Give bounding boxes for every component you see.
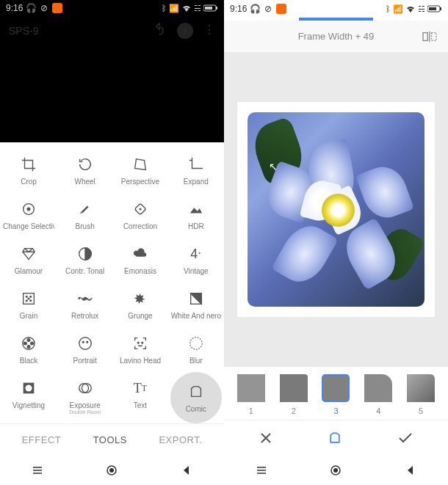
dnd-icon: ⊘ — [263, 4, 273, 14]
tool-crop[interactable]: Crop — [0, 148, 57, 193]
mustache-icon — [76, 290, 94, 307]
svg-point-8 — [140, 208, 141, 210]
tool-brush[interactable]: Brush — [57, 193, 112, 238]
frame-option-3[interactable]: 3 — [322, 374, 350, 415]
frame-option-5[interactable]: 5 — [407, 374, 435, 415]
tool-exposure[interactable]: ExposureDouble Room — [57, 372, 112, 423]
tool-hdr[interactable]: HDR — [168, 193, 224, 238]
dnd-icon: ⊘ — [39, 3, 49, 13]
landscape-icon — [187, 200, 205, 218]
nav-back[interactable] — [179, 463, 194, 478]
tool-emphasis[interactable]: Emonasis — [112, 238, 167, 282]
svg-point-11 — [26, 296, 27, 297]
battery-icon — [427, 5, 442, 12]
svg-point-19 — [31, 342, 34, 345]
tool-wheel[interactable]: Wheel — [57, 148, 112, 193]
number-icon: 4⁺ — [187, 245, 205, 263]
brush-icon — [76, 200, 94, 218]
bluetooth-icon: ᛒ — [162, 4, 167, 12]
tool-portrait[interactable]: Portrait — [57, 327, 112, 372]
volte-icon: ☵ — [418, 4, 425, 14]
frames-button[interactable] — [328, 431, 342, 445]
tool-grain[interactable]: Grain — [0, 282, 57, 327]
svg-point-6 — [27, 208, 30, 211]
tool-retrolux[interactable]: Retrolux — [57, 282, 112, 327]
vignette-icon — [20, 379, 37, 397]
flower-photo: ↖ — [248, 112, 424, 307]
svg-point-22 — [79, 338, 91, 350]
svg-point-27 — [190, 338, 203, 350]
tool-text[interactable]: TTText — [112, 372, 167, 423]
tab-effect[interactable]: EFFECT — [22, 434, 62, 445]
nav-home[interactable] — [104, 463, 119, 478]
svg-point-21 — [24, 342, 27, 345]
tool-blur[interactable]: Blur — [168, 327, 224, 372]
svg-point-18 — [27, 339, 30, 342]
tool-expand[interactable]: Expand — [168, 148, 224, 193]
svg-rect-37 — [423, 32, 427, 40]
signal-icon: 📶 — [169, 4, 179, 13]
exposure-icon — [76, 379, 94, 397]
svg-rect-35 — [440, 7, 441, 10]
svg-point-14 — [30, 300, 32, 302]
tool-comic[interactable]: Comic — [170, 372, 222, 423]
svg-point-26 — [142, 342, 143, 343]
nav-bar-left — [0, 456, 224, 485]
tool-correction[interactable]: Correction — [112, 193, 167, 238]
tool-headpose[interactable]: Lavino Head — [112, 327, 167, 372]
perspective-icon — [131, 156, 149, 173]
volte-icon: ☵ — [194, 4, 201, 13]
tool-grunge[interactable]: Grunge — [112, 282, 167, 327]
contrast-icon — [76, 245, 94, 263]
flip-icon[interactable] — [422, 30, 438, 43]
frame-option-1[interactable]: 1 — [237, 374, 265, 415]
face-icon — [76, 335, 94, 352]
cursor-icon: ↖ — [269, 161, 278, 172]
blur-icon — [187, 335, 205, 352]
tab-tools[interactable]: TOOLS — [93, 434, 127, 445]
cloud-icon — [131, 245, 149, 263]
nav-bar-right — [224, 456, 448, 485]
expand-icon — [187, 156, 205, 173]
tool-vintage[interactable]: 4⁺Vintage — [168, 238, 224, 282]
svg-point-12 — [30, 296, 32, 297]
cancel-button[interactable] — [259, 431, 273, 445]
bluetooth-icon: ᛒ — [386, 4, 391, 13]
photo-frame: ↖ — [237, 102, 435, 317]
splat-icon — [131, 290, 149, 307]
tool-perspective[interactable]: Perspective — [112, 148, 167, 193]
face-frame-icon — [131, 335, 149, 352]
frame-header: Frame Width + 49 — [224, 21, 448, 52]
bottom-actions — [224, 420, 448, 456]
headphones-icon: 🎧 — [26, 3, 36, 13]
tool-tonal[interactable]: Contr. Tonal — [57, 238, 112, 282]
tool-selective[interactable]: Change Selective — [0, 193, 57, 238]
tab-export[interactable]: EXPORT. — [159, 434, 202, 445]
film-icon — [20, 335, 37, 352]
nav-back[interactable] — [403, 463, 418, 478]
frame-option-4[interactable]: 4 — [364, 374, 392, 415]
svg-rect-1 — [216, 7, 217, 10]
tools-panel: Crop Wheel Perspective Expand Change Sel… — [0, 142, 224, 423]
signal-icon: 📶 — [393, 4, 403, 14]
battery-icon — [203, 4, 218, 12]
tool-glamour[interactable]: Glamour — [0, 238, 57, 282]
status-time: 9:16 — [6, 3, 23, 13]
nav-home[interactable] — [328, 463, 343, 478]
badge-icon — [52, 3, 62, 13]
tool-whiteand[interactable]: White And nero — [168, 282, 224, 327]
tool-black[interactable]: Black — [0, 327, 57, 372]
nav-menu[interactable] — [254, 463, 269, 478]
confirm-button[interactable] — [397, 431, 413, 445]
grain-icon — [20, 290, 37, 307]
photo-preview-area[interactable]: ↖ — [224, 52, 448, 367]
svg-point-29 — [25, 384, 32, 391]
svg-point-33 — [109, 468, 114, 473]
frame-selector-strip: 1 2 3 4 5 — [224, 367, 448, 420]
svg-point-24 — [86, 341, 87, 343]
tool-vignette[interactable]: Vignetting — [0, 372, 57, 423]
svg-rect-38 — [432, 32, 436, 40]
nav-menu[interactable] — [30, 463, 45, 478]
svg-point-40 — [333, 468, 338, 473]
frame-option-2[interactable]: 2 — [280, 374, 308, 415]
